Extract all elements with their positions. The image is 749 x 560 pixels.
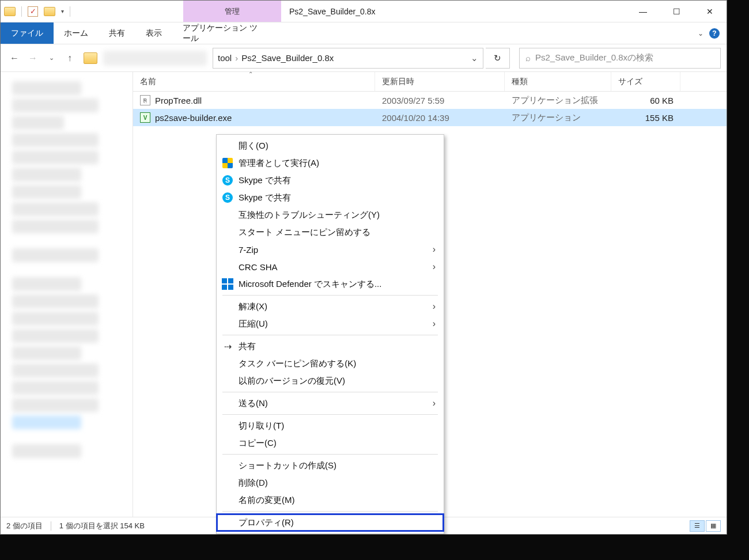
close-button[interactable]: ✕ — [693, 1, 727, 22]
minimize-button[interactable]: ― — [626, 1, 660, 22]
help-icon[interactable]: ? — [709, 28, 720, 39]
file-size: 155 KB — [611, 113, 680, 123]
shield-icon — [222, 158, 233, 168]
ctx-compress[interactable]: 圧縮(U)› — [217, 315, 444, 332]
history-dropdown-icon[interactable]: ⌄ — [43, 50, 59, 66]
column-header-size[interactable]: サイズ — [611, 72, 680, 91]
ctx-properties[interactable]: プロパティ(R) — [217, 514, 444, 531]
breadcrumb-segment[interactable]: tool — [218, 53, 232, 63]
ctx-skype-share[interactable]: SSkype で共有 — [217, 189, 444, 206]
navigation-pane[interactable] — [1, 72, 133, 517]
sidebar-item[interactable] — [12, 81, 81, 95]
column-header-type[interactable]: 種類 — [505, 72, 611, 91]
app-tools-tab[interactable]: アプリケーション ツール — [172, 22, 270, 44]
ctx-extract[interactable]: 解凍(X)› — [217, 298, 444, 315]
chevron-right-icon[interactable]: › — [235, 53, 238, 63]
selection-info: 1 個の項目を選択 154 KB — [59, 521, 145, 531]
back-button[interactable]: ← — [6, 50, 22, 66]
search-input[interactable]: ⌕ Ps2_Save_Builder_0.8xの検索 — [519, 48, 721, 69]
ctx-send-to[interactable]: 送る(N)› — [217, 395, 444, 412]
ctx-pin-taskbar[interactable]: タスク バーにピン留めする(K) — [217, 355, 444, 372]
sidebar-item[interactable] — [12, 444, 81, 458]
separator — [21, 6, 22, 17]
home-tab[interactable]: ホーム — [54, 22, 99, 44]
sidebar-item[interactable] — [12, 116, 64, 130]
properties-qat-icon[interactable]: ✓ — [28, 6, 38, 17]
window-title: Ps2_Save_Builder_0.8x — [281, 1, 383, 22]
sidebar-item[interactable] — [12, 133, 99, 147]
ctx-skype-share[interactable]: SSkype で共有 — [217, 172, 444, 189]
refresh-button[interactable]: ↻ — [486, 48, 510, 69]
skype-icon: S — [222, 192, 233, 203]
ctx-run-as-admin[interactable]: 管理者として実行(A) — [217, 154, 444, 172]
ribbon-collapse-icon[interactable]: ⌄ — [698, 29, 703, 37]
explorer-window: ✓ ▾ 管理 Ps2_Save_Builder_0.8x ― ☐ ✕ ファイル … — [0, 0, 727, 535]
ctx-defender-scan[interactable]: Microsoft Defender でスキャンする... — [217, 275, 444, 293]
ctx-pin-start[interactable]: スタート メニューにピン留めする — [217, 224, 444, 241]
sidebar-item[interactable] — [12, 220, 99, 233]
maximize-button[interactable]: ☐ — [660, 1, 693, 22]
view-tab[interactable]: 表示 — [135, 22, 172, 44]
file-tab[interactable]: ファイル — [1, 22, 54, 44]
sidebar-item[interactable] — [12, 202, 99, 216]
folder-icon — [4, 7, 16, 16]
sidebar-item[interactable] — [12, 294, 99, 308]
chevron-right-icon: › — [433, 262, 436, 272]
sidebar-item[interactable] — [12, 248, 99, 262]
file-type: アプリケーション — [505, 112, 611, 123]
chevron-right-icon: › — [433, 244, 436, 255]
sidebar-item[interactable] — [12, 168, 81, 181]
quick-access-toolbar: ✓ ▾ — [1, 1, 74, 22]
column-header-date[interactable]: 更新日時 — [375, 72, 505, 91]
sidebar-item[interactable] — [12, 364, 99, 377]
sidebar-item[interactable] — [12, 277, 81, 291]
sidebar-item[interactable] — [12, 398, 99, 412]
exe-file-icon: V — [140, 112, 150, 123]
sidebar-item[interactable] — [12, 381, 99, 395]
ctx-cut[interactable]: 切り取り(T) — [217, 417, 444, 434]
ctx-7zip[interactable]: 7-Zip› — [217, 241, 444, 258]
sidebar-item[interactable] — [12, 185, 81, 199]
separator — [222, 295, 438, 296]
file-name: PropTree.dll — [155, 96, 202, 105]
sidebar-item[interactable] — [12, 329, 99, 343]
separator — [222, 454, 438, 455]
ribbon-context-label: 管理 — [183, 1, 281, 22]
ctx-rename[interactable]: 名前の変更(M) — [217, 491, 444, 509]
ctx-delete[interactable]: 削除(D) — [217, 474, 444, 491]
file-type: アプリケーション拡張 — [505, 95, 611, 106]
up-button[interactable]: ↑ — [62, 50, 78, 66]
sort-indicator-icon: ⌃ — [248, 71, 253, 77]
sidebar-item[interactable] — [12, 312, 99, 326]
qat-dropdown-icon[interactable]: ▾ — [61, 8, 64, 14]
column-header-name[interactable]: 名前 — [133, 72, 375, 91]
separator — [222, 392, 438, 392]
ctx-share[interactable]: ⇢共有 — [217, 338, 444, 355]
sidebar-item[interactable] — [12, 99, 99, 112]
separator — [222, 414, 438, 415]
file-row[interactable]: ⎘ PropTree.dll 2003/09/27 5:59 アプリケーション拡… — [133, 92, 727, 109]
share-tab[interactable]: 共有 — [99, 22, 135, 44]
file-row[interactable]: V ps2save-builder.exe 2004/10/20 14:39 ア… — [133, 109, 727, 126]
ctx-compat-troubleshoot[interactable]: 互換性のトラブルシューティング(Y) — [217, 206, 444, 224]
sidebar-item[interactable] — [12, 346, 81, 360]
dll-file-icon: ⎘ — [140, 95, 150, 105]
ctx-restore-previous[interactable]: 以前のバージョンの復元(V) — [217, 372, 444, 389]
separator — [222, 335, 438, 335]
details-view-button[interactable]: ☰ — [690, 520, 705, 532]
ctx-open[interactable]: 開く(O) — [217, 137, 444, 154]
icons-view-button[interactable]: ▦ — [706, 520, 721, 532]
sidebar-item[interactable] — [12, 415, 81, 429]
ctx-copy[interactable]: コピー(C) — [217, 434, 444, 452]
file-size: 60 KB — [611, 96, 680, 105]
forward-button[interactable]: → — [25, 50, 41, 66]
separator — [222, 511, 438, 512]
breadcrumb-segment[interactable]: Ps2_Save_Builder_0.8x — [241, 53, 334, 63]
address-dropdown-icon[interactable]: ⌄ — [471, 53, 478, 63]
chevron-right-icon: › — [433, 301, 436, 312]
ctx-crc-sha[interactable]: CRC SHA› — [217, 258, 444, 275]
ctx-create-shortcut[interactable]: ショートカットの作成(S) — [217, 457, 444, 474]
address-bar[interactable]: tool › Ps2_Save_Builder_0.8x ⌄ — [213, 48, 483, 69]
sidebar-item[interactable] — [12, 150, 99, 164]
defender-icon — [222, 278, 233, 290]
